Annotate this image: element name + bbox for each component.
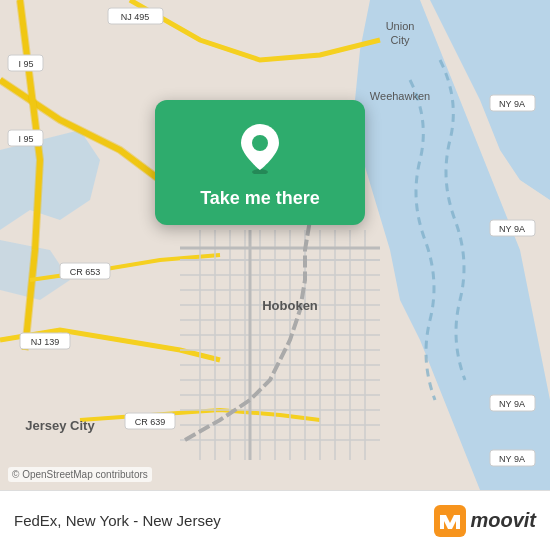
take-me-there-button[interactable]: Take me there	[200, 188, 320, 209]
svg-text:NY 9A: NY 9A	[499, 399, 525, 409]
svg-text:Union: Union	[386, 20, 415, 32]
popup-card[interactable]: Take me there	[155, 100, 365, 225]
svg-text:NJ 139: NJ 139	[31, 337, 60, 347]
svg-text:Jersey City: Jersey City	[25, 418, 95, 433]
moovit-icon-svg	[434, 505, 466, 537]
svg-point-54	[252, 135, 268, 151]
svg-text:CR 639: CR 639	[135, 417, 166, 427]
location-title: FedEx, New York - New Jersey	[14, 512, 434, 529]
svg-text:NY 9A: NY 9A	[499, 99, 525, 109]
svg-rect-55	[434, 505, 466, 537]
svg-text:Hoboken: Hoboken	[262, 298, 318, 313]
map-container: NJ 495 I 95 I 95 CR 653 NJ 139 CR 639 NY…	[0, 0, 550, 490]
svg-text:Weehawken: Weehawken	[370, 90, 430, 102]
moovit-text: moovit	[470, 509, 536, 532]
svg-text:NY 9A: NY 9A	[499, 454, 525, 464]
svg-text:I 95: I 95	[18, 59, 33, 69]
svg-text:NJ 495: NJ 495	[121, 12, 150, 22]
map-attribution: © OpenStreetMap contributors	[8, 467, 152, 482]
bottom-bar: FedEx, New York - New Jersey moovit	[0, 490, 550, 550]
svg-text:CR 653: CR 653	[70, 267, 101, 277]
moovit-logo[interactable]: moovit	[434, 505, 536, 537]
svg-text:City: City	[391, 34, 410, 46]
svg-text:NY 9A: NY 9A	[499, 224, 525, 234]
svg-text:I 95: I 95	[18, 134, 33, 144]
location-pin-icon	[232, 120, 288, 176]
